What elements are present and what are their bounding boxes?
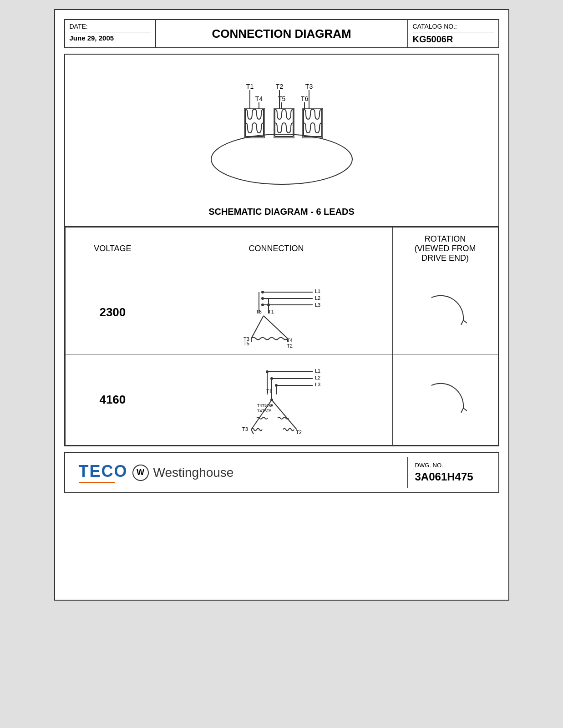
date-value: June 29, 2005: [70, 34, 114, 42]
header-title: CONNECTION DIAGRAM: [156, 20, 407, 47]
logo-area: TECO W Westinghouse: [65, 453, 407, 492]
svg-text:L3: L3: [315, 302, 320, 308]
table-row: 2300 L1 L2 L3 T6: [65, 270, 498, 354]
svg-point-33: [261, 291, 264, 293]
svg-point-35: [261, 303, 264, 306]
main-content: T1 T2 T3 T4 T5 T6: [64, 54, 499, 446]
date-label: DATE:: [70, 23, 151, 32]
header: DATE: June 29, 2005 CONNECTION DIAGRAM C…: [64, 19, 499, 48]
table-row: 4160 L1 L2 L3: [65, 354, 498, 445]
dwg-value: 3A061H475: [415, 470, 473, 483]
svg-point-66: [270, 404, 273, 407]
svg-text:T2: T2: [275, 83, 283, 90]
catalog-value: KG5006R: [413, 34, 453, 44]
svg-point-34: [261, 297, 264, 300]
svg-line-38: [251, 316, 264, 339]
svg-text:T4: T4: [255, 95, 263, 102]
westinghouse-text: Westinghouse: [153, 465, 234, 480]
svg-text:T4T5T5: T4T5T5: [257, 409, 272, 413]
svg-point-0: [211, 134, 352, 184]
rotation-2300: [392, 270, 498, 354]
w-logo: W: [132, 465, 149, 481]
svg-line-39: [264, 316, 288, 339]
connection-diagram-2300: L1 L2 L3 T6 T1: [160, 270, 392, 354]
dwg-section: DWG. NO. 3A061H475: [407, 457, 498, 488]
rotation-header: ROTATION(VIEWED FROMDRIVE END): [392, 228, 498, 270]
svg-text:L1: L1: [315, 368, 320, 374]
svg-text:L1: L1: [315, 288, 320, 294]
header-catalog: CATALOG NO.: KG5006R: [407, 20, 498, 47]
svg-text:T2: T2: [296, 430, 302, 435]
schematic-diagram: T1 T2 T3 T4 T5 T6: [195, 64, 368, 193]
connection-table: VOLTAGE CONNECTION ROTATION(VIEWED FROMD…: [65, 227, 498, 445]
svg-point-45: [267, 303, 270, 306]
teco-text: TECO: [79, 462, 128, 481]
svg-text:L2: L2: [315, 375, 320, 380]
page: DATE: June 29, 2005 CONNECTION DIAGRAM C…: [54, 9, 509, 601]
svg-text:T3: T3: [305, 83, 313, 90]
svg-text:T1: T1: [246, 83, 254, 90]
svg-text:T3: T3: [242, 426, 248, 432]
svg-text:L3: L3: [315, 382, 320, 387]
rotation-4160: [392, 354, 498, 445]
svg-line-70: [251, 430, 254, 434]
rotation-header-text: ROTATION(VIEWED FROMDRIVE END): [415, 234, 476, 263]
voltage-header: VOLTAGE: [65, 228, 160, 270]
svg-text:L2: L2: [315, 295, 320, 301]
svg-text:T6: T6: [300, 95, 308, 102]
svg-text:T5: T5: [243, 341, 249, 346]
svg-line-64: [272, 400, 297, 430]
catalog-label: CATALOG NO.:: [413, 23, 494, 32]
footer: TECO W Westinghouse DWG. NO. 3A061H475: [64, 452, 499, 493]
table-header-row: VOLTAGE CONNECTION ROTATION(VIEWED FROMD…: [65, 228, 498, 270]
teco-logo: TECO: [79, 462, 128, 483]
dwg-label: DWG. NO.: [415, 462, 492, 469]
svg-text:T2: T2: [287, 343, 293, 348]
connection-diagram-4160: L1 L2 L3 T1: [160, 354, 392, 445]
voltage-4160: 4160: [65, 354, 160, 445]
connection-header: CONNECTION: [160, 228, 392, 270]
teco-underline: [79, 482, 115, 483]
header-date: DATE: June 29, 2005: [65, 20, 156, 47]
schematic-title: SCHEMATIC DIAGRAM - 6 LEADS: [208, 207, 355, 217]
schematic-section: T1 T2 T3 T4 T5 T6: [65, 55, 498, 227]
voltage-2300: 2300: [65, 270, 160, 354]
